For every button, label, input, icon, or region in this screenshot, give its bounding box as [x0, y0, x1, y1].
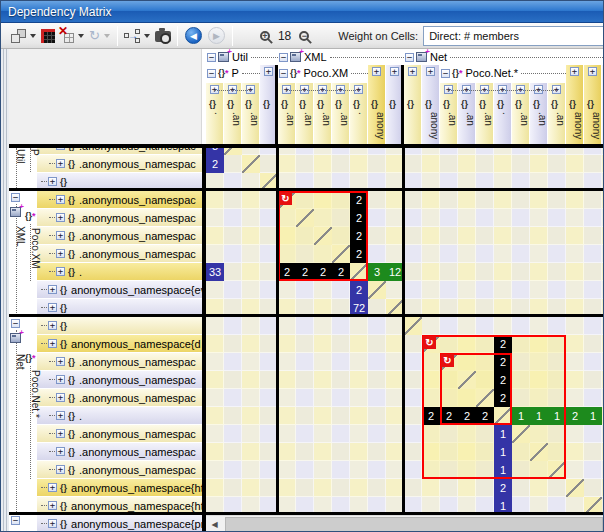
matrix-cell[interactable] — [494, 209, 512, 227]
matrix-cell[interactable] — [278, 389, 296, 407]
matrix-cell[interactable] — [566, 155, 584, 173]
matrix-cell[interactable] — [404, 425, 422, 443]
matrix-cell[interactable] — [584, 227, 602, 245]
matrix-cell[interactable] — [224, 263, 242, 281]
matrix-cell[interactable] — [476, 191, 494, 209]
matrix-cell[interactable] — [224, 155, 242, 173]
matrix-cell[interactable] — [242, 335, 260, 353]
row-header[interactable]: +{}.anonymous_namespac — [37, 425, 202, 443]
matrix-cell[interactable] — [584, 371, 602, 389]
group-expander[interactable]: − — [11, 193, 20, 202]
matrix-cell[interactable] — [422, 317, 440, 335]
matrix-cell[interactable] — [332, 371, 350, 389]
matrix-cell[interactable] — [530, 191, 548, 209]
row-expander[interactable]: + — [48, 303, 57, 312]
matrix-cell[interactable] — [548, 148, 566, 155]
matrix-cell[interactable] — [566, 389, 584, 407]
matrix-cell[interactable] — [458, 281, 476, 299]
matrix-cell[interactable] — [296, 407, 314, 425]
assembly-group-header[interactable]: −XML — [278, 50, 404, 64]
matrix-cell[interactable] — [404, 479, 422, 497]
row-header[interactable]: +{}.anonymous_namespac — [37, 191, 202, 209]
matrix-cell[interactable] — [224, 353, 242, 371]
matrix-cell[interactable] — [242, 191, 260, 209]
matrix-cell[interactable] — [350, 389, 368, 407]
row-expander[interactable]: + — [56, 213, 65, 222]
matrix-cell[interactable] — [242, 371, 260, 389]
row-header[interactable]: +{}.anonymous_namespac — [37, 389, 202, 407]
matrix-cell[interactable] — [458, 317, 476, 335]
group-expander[interactable]: − — [11, 516, 20, 525]
matrix-value-cell[interactable]: 2 — [566, 407, 584, 425]
matrix-cell[interactable] — [242, 263, 260, 281]
matrix-cell[interactable] — [476, 155, 494, 173]
matrix-value-cell[interactable]: 2 — [206, 155, 224, 173]
matrix-cell[interactable] — [440, 209, 458, 227]
matrix-cell[interactable] — [458, 191, 476, 209]
matrix-cell[interactable] — [422, 281, 440, 299]
row-expander[interactable]: + — [48, 285, 57, 294]
matrix-cell[interactable] — [314, 155, 332, 173]
row-expander[interactable]: + — [56, 195, 65, 204]
row-header[interactable]: +{}.anonymous_namespac — [37, 148, 202, 155]
matrix-cell[interactable] — [350, 155, 368, 173]
matrix-cell[interactable] — [278, 353, 296, 371]
matrix-cell[interactable] — [584, 155, 602, 173]
matrix-cell[interactable] — [584, 148, 602, 155]
matrix-cell[interactable] — [368, 227, 386, 245]
matrix-cell[interactable] — [422, 191, 440, 209]
row-expander[interactable]: + — [48, 483, 57, 492]
row-header[interactable]: +{}. — [37, 263, 202, 281]
remove-dropdown-caret[interactable] — [78, 34, 84, 38]
row-header[interactable]: +{}. — [37, 407, 202, 425]
matrix-cell[interactable] — [512, 155, 530, 173]
matrix-cell[interactable] — [530, 155, 548, 173]
matrix-cell[interactable] — [548, 317, 566, 335]
matrix-value-cell[interactable]: 33 — [206, 263, 224, 281]
matrix-cell[interactable] — [332, 353, 350, 371]
column-expander[interactable]: + — [264, 67, 273, 76]
matrix-cell[interactable] — [422, 209, 440, 227]
matrix-cell[interactable] — [296, 317, 314, 335]
matrix-cell[interactable] — [566, 443, 584, 461]
matrix-cell[interactable] — [404, 389, 422, 407]
matrix-cell[interactable] — [530, 227, 548, 245]
row-expander[interactable]: + — [56, 231, 65, 240]
matrix-cell[interactable] — [296, 353, 314, 371]
group-expander[interactable]: − — [207, 53, 216, 62]
dock-splitter-grip[interactable] — [1, 49, 9, 532]
row-expander[interactable]: + — [56, 465, 65, 474]
matrix-cell[interactable] — [278, 407, 296, 425]
matrix-cell[interactable] — [350, 407, 368, 425]
matrix-cell[interactable] — [206, 461, 224, 479]
matrix-cell[interactable] — [422, 155, 440, 173]
matrix-cell[interactable] — [566, 353, 584, 371]
row-expander[interactable]: + — [48, 519, 57, 528]
matrix-cell[interactable] — [278, 155, 296, 173]
matrix-value-cell[interactable]: 2 — [494, 479, 512, 497]
matrix-cell[interactable] — [368, 191, 386, 209]
matrix-cell[interactable] — [476, 281, 494, 299]
matrix-cell[interactable] — [278, 461, 296, 479]
matrix-cell[interactable] — [458, 148, 476, 155]
matrix-cell[interactable] — [314, 425, 332, 443]
dependency-cycle-icon[interactable]: ↻ — [441, 354, 454, 367]
matrix-cell[interactable] — [224, 425, 242, 443]
row-expander[interactable]: + — [56, 148, 65, 150]
matrix-cell[interactable] — [224, 317, 242, 335]
matrix-cell[interactable] — [440, 317, 458, 335]
matrix-cell[interactable] — [332, 317, 350, 335]
matrix-cell[interactable] — [278, 281, 296, 299]
matrix-cell[interactable] — [548, 263, 566, 281]
column-expander[interactable]: + — [588, 67, 597, 76]
matrix-cell[interactable] — [404, 209, 422, 227]
assembly-group-header[interactable]: −Util — [206, 50, 278, 64]
matrix-cell[interactable] — [530, 281, 548, 299]
matrix-cell[interactable] — [278, 335, 296, 353]
matrix-cell[interactable] — [332, 148, 350, 155]
matrix-cell[interactable] — [422, 148, 440, 155]
row-header[interactable]: +{} — [37, 317, 202, 335]
matrix-cell[interactable] — [242, 443, 260, 461]
matrix-cell[interactable] — [440, 245, 458, 263]
matrix-cell[interactable] — [224, 461, 242, 479]
